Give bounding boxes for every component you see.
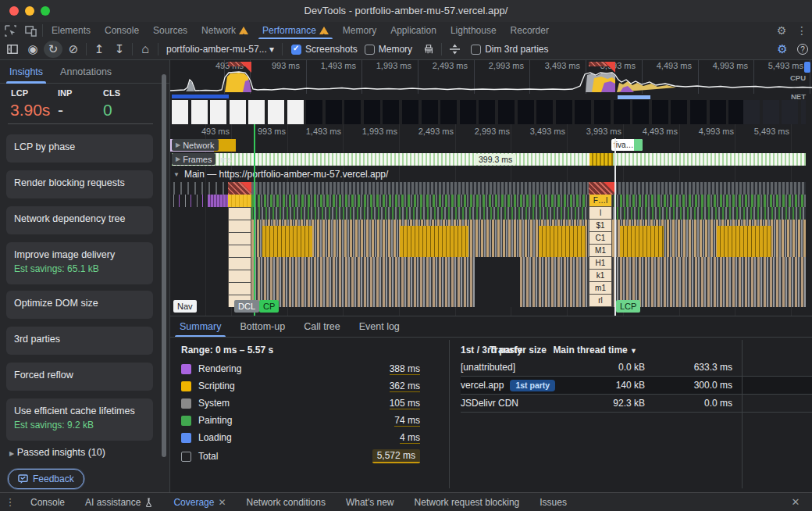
table-row[interactable]: [unattributed] 0.0 kB 633.3 ms <box>461 359 812 377</box>
table-header-transfer-size[interactable]: Transfer size <box>490 345 547 356</box>
flame-rendering-block[interactable] <box>208 195 228 207</box>
table-header-main-thread-time[interactable]: Main thread time ▼ <box>553 345 637 356</box>
settings-gear-icon[interactable]: ⚙ <box>771 22 792 39</box>
device-toolbar-icon[interactable] <box>20 22 41 39</box>
main-thread-toggle[interactable]: ▼Main — https://portfolio-amber-mu-57.ve… <box>173 169 388 180</box>
garbage-collect-icon[interactable] <box>419 41 438 58</box>
drawer-tab-ai-assistance[interactable]: AI assistance <box>75 497 163 508</box>
long-task-hatch[interactable] <box>589 182 614 195</box>
stack-frame[interactable]: M1 <box>589 245 612 257</box>
drawer-more-icon[interactable]: ⋮ <box>0 494 20 511</box>
drawer-tab-issues[interactable]: Issues <box>529 497 577 508</box>
tab-performance[interactable]: Performance <box>255 22 336 39</box>
call-stack-column[interactable] <box>228 207 251 307</box>
flame-row[interactable] <box>251 195 806 207</box>
collapse-sections-icon[interactable] <box>445 41 464 58</box>
inspect-icon[interactable] <box>0 22 20 39</box>
ruler-tick: 4,993 ms <box>693 61 748 70</box>
home-icon[interactable]: ⌂ <box>136 41 155 58</box>
flame-rows-deep[interactable] <box>251 257 806 307</box>
close-drawer-icon[interactable]: ✕ <box>785 494 806 511</box>
close-coverage-icon[interactable]: ✕ <box>218 497 226 508</box>
passed-insights-toggle[interactable]: ▶ Passed insights (10) <box>9 447 105 458</box>
tab-memory[interactable]: Memory <box>336 22 383 39</box>
insight-card-3rd-parties[interactable]: 3rd parties <box>6 327 153 355</box>
tab-recorder[interactable]: Recorder <box>504 22 556 39</box>
lcp-marker[interactable]: LCP <box>616 300 640 313</box>
dim-3rd-parties-checkbox[interactable]: Dim 3rd parties <box>471 44 548 55</box>
stack-frame[interactable]: rl <box>589 295 612 307</box>
stack-frame[interactable]: $1 <box>589 220 612 232</box>
drawer-tab-network-conditions[interactable]: Network conditions <box>237 497 336 508</box>
sidebar-scrollbar[interactable] <box>162 74 166 457</box>
insight-card-image-delivery[interactable]: Improve image deliveryEst savings: 65.1 … <box>6 242 153 284</box>
table-row-selected[interactable]: vercel.app 1st party 140 kB 300.0 ms <box>461 377 812 395</box>
network-request-chip[interactable]: fiva… <box>611 139 643 151</box>
ruler-tick: 4,493 ms <box>623 127 678 136</box>
flame-row[interactable] <box>251 207 806 220</box>
dcl-marker[interactable]: DCL <box>234 300 259 313</box>
tab-event-log[interactable]: Event log <box>359 316 400 337</box>
cp-marker[interactable]: CP <box>259 300 279 313</box>
stack-frame[interactable]: H1 <box>589 257 612 270</box>
frames-track-toggle[interactable]: ▶Frames <box>172 153 215 165</box>
divider <box>132 43 133 55</box>
insight-card-lcp-by-phase[interactable]: LCP by phase <box>6 134 153 163</box>
table-row[interactable]: JSDelivr CDN 92.3 kB 0.0 ms <box>461 395 812 413</box>
insight-card-cache-lifetimes[interactable]: Use efficient cache lifetimesEst savings… <box>6 398 153 441</box>
record-icon[interactable]: ◉ <box>23 41 42 58</box>
insight-card-render-blocking[interactable]: Render blocking requests <box>6 170 153 198</box>
legend-painting: Painting74 ms <box>181 412 420 429</box>
stack-frame[interactable]: C1 <box>589 232 612 245</box>
feedback-button[interactable]: Feedback <box>8 469 84 489</box>
tab-insights[interactable]: Insights <box>9 60 43 84</box>
drawer-tab-console[interactable]: Console <box>20 497 75 508</box>
flame-row-sparse <box>173 195 208 207</box>
tab-sources[interactable]: Sources <box>146 22 194 39</box>
insight-card-dom-size[interactable]: Optimize DOM size <box>6 291 153 319</box>
tab-network[interactable]: Network <box>194 22 255 39</box>
memory-checkbox[interactable]: Memory <box>365 44 412 55</box>
toggle-sidebar-icon[interactable] <box>3 41 22 58</box>
insight-card-forced-reflow[interactable]: Forced reflow <box>6 363 153 391</box>
drawer-tab-coverage[interactable]: Coverage✕ <box>163 497 236 508</box>
flame-task-row[interactable] <box>251 182 806 195</box>
filmstrip-frames-late[interactable] <box>743 100 806 124</box>
tab-call-tree[interactable]: Call tree <box>304 316 340 337</box>
stack-frame[interactable]: k1 <box>589 270 612 282</box>
screenshots-checkbox[interactable]: Screenshots <box>291 44 358 55</box>
stack-frame[interactable]: l <box>589 207 612 220</box>
network-track-toggle[interactable]: ▶Network <box>172 139 219 151</box>
tab-lighthouse[interactable]: Lighthouse <box>443 22 504 39</box>
tab-application[interactable]: Application <box>383 22 443 39</box>
drawer-tab-whats-new[interactable]: What's new <box>336 497 404 508</box>
call-stack-frames[interactable]: F…l l $1 C1 M1 H1 k1 m1 rl <box>589 195 612 307</box>
more-options-icon[interactable]: ⋮ <box>792 22 812 39</box>
nav-marker[interactable]: Nav <box>173 300 197 313</box>
tab-summary[interactable]: Summary <box>180 316 221 337</box>
reload-and-record-icon[interactable]: ↻ <box>44 41 62 58</box>
divider <box>282 43 283 55</box>
tab-console[interactable]: Console <box>98 22 146 39</box>
cpu-overview-chart[interactable] <box>170 70 812 94</box>
upload-profile-icon[interactable]: ↥ <box>90 41 109 58</box>
target-selector-dropdown[interactable]: portfolio-amber-mu-57... ▾ <box>162 44 279 55</box>
warning-icon <box>239 27 248 34</box>
clear-icon[interactable]: ⊘ <box>64 41 83 58</box>
drawer-tab-network-request-blocking[interactable]: Network request blocking <box>404 497 530 508</box>
flame-scripting-block[interactable] <box>228 195 251 207</box>
download-profile-icon[interactable]: ↧ <box>110 41 129 58</box>
help-icon[interactable]: ? <box>793 41 812 58</box>
filmstrip-blank-frames[interactable] <box>172 100 306 124</box>
capture-settings-gear-icon[interactable]: ⚙ <box>773 41 792 58</box>
insight-card-network-dependency[interactable]: Network dependency tree <box>6 206 153 234</box>
tab-bottom-up[interactable]: Bottom-up <box>240 316 285 337</box>
stack-frame[interactable]: F…l <box>589 195 612 207</box>
devtools-window: DevTools - portfolio-amber-mu-57.vercel.… <box>0 0 812 511</box>
timeline-scrollbar[interactable] <box>804 62 810 73</box>
tab-annotations[interactable]: Annotations <box>60 60 112 84</box>
long-task-hatch[interactable] <box>228 182 251 195</box>
filmstrip-frames[interactable] <box>306 100 743 124</box>
stack-frame[interactable]: m1 <box>589 282 612 295</box>
tab-elements[interactable]: Elements <box>45 22 98 39</box>
